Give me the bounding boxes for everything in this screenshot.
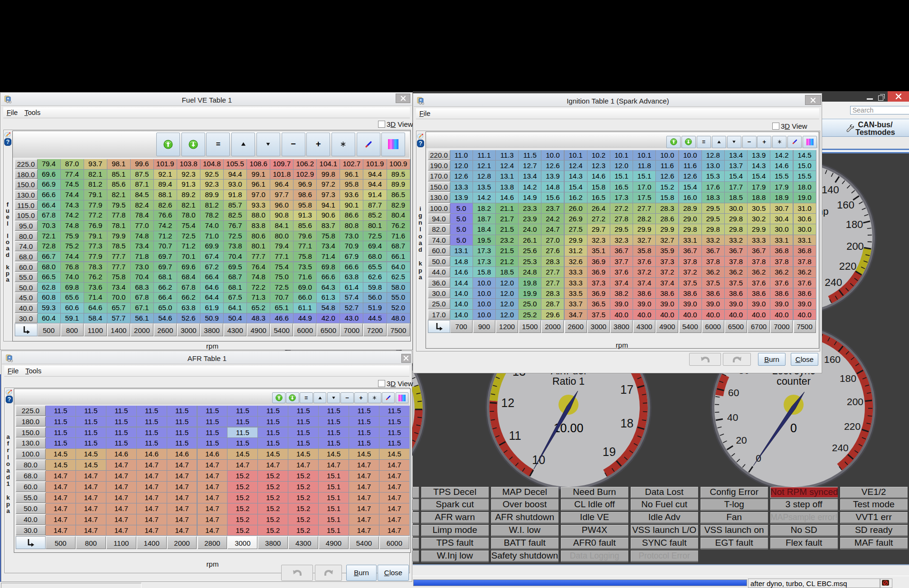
svg-text:160: 160 xyxy=(837,199,854,211)
svg-text:180: 180 xyxy=(846,218,863,230)
svg-text:0: 0 xyxy=(790,421,797,435)
svg-text:160: 160 xyxy=(824,354,841,365)
svg-text:?: ? xyxy=(6,139,9,145)
svg-text:60: 60 xyxy=(728,387,739,398)
svg-text:40: 40 xyxy=(727,412,738,423)
svg-text:220: 220 xyxy=(844,421,861,432)
svg-text:200: 200 xyxy=(846,240,864,252)
svg-text:240: 240 xyxy=(832,442,849,453)
svg-text:180: 180 xyxy=(840,373,856,384)
svg-text:?: ? xyxy=(8,396,11,403)
svg-text:220: 220 xyxy=(839,260,857,272)
svg-text:?: ? xyxy=(419,140,422,147)
svg-text:200: 200 xyxy=(847,396,863,407)
svg-text:Ratio 1: Ratio 1 xyxy=(552,376,585,387)
svg-text:counter: counter xyxy=(776,376,811,387)
svg-text:20: 20 xyxy=(736,435,747,446)
svg-text:240: 240 xyxy=(825,276,843,288)
svg-text:11: 11 xyxy=(509,429,521,442)
svg-text:18: 18 xyxy=(620,417,634,430)
svg-text:17: 17 xyxy=(620,383,634,396)
svg-text:12: 12 xyxy=(501,396,514,409)
svg-text:19: 19 xyxy=(603,445,616,458)
svg-text:140: 140 xyxy=(822,184,839,196)
